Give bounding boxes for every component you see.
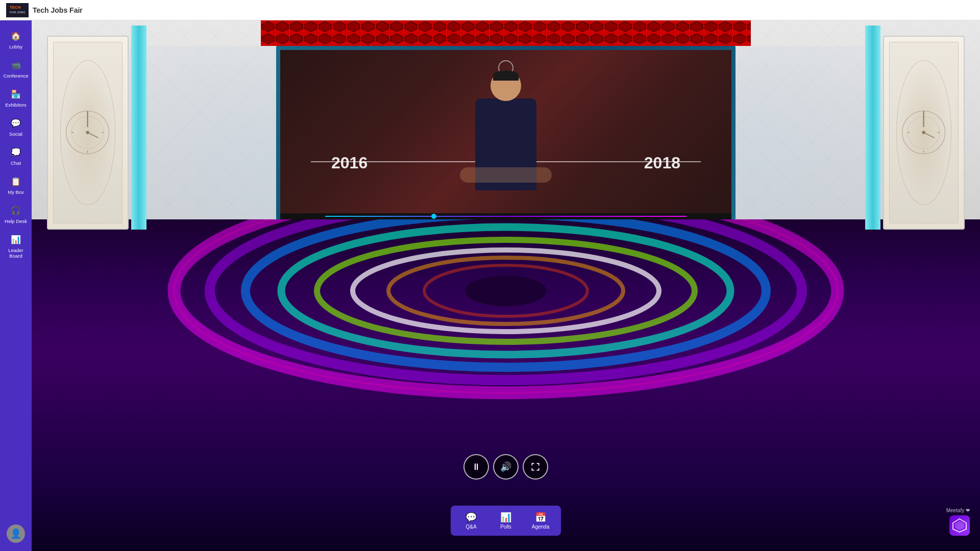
qa-label: Q&A: [465, 524, 476, 530]
svg-line-17: [924, 133, 935, 138]
bottom-action-bar: 💬 Q&A 📊 Polls 📅 Agenda: [451, 506, 561, 536]
widget-logo[interactable]: [949, 515, 970, 536]
left-cyan-pillar: [131, 26, 146, 230]
logo: TECH FOR JOBS: [6, 3, 29, 17]
qa-button[interactable]: 💬 Q&A: [455, 509, 487, 533]
screen-surround: 2016 2018: [276, 46, 736, 219]
pause-button[interactable]: ⏸: [463, 454, 489, 480]
sidebar-label-mybox: My Box: [8, 189, 24, 195]
left-panel-inner: [53, 42, 122, 223]
right-panel-inner: [889, 42, 959, 223]
agenda-button[interactable]: 📅 Agenda: [524, 509, 557, 533]
sidebar-item-social[interactable]: 💬 Social: [2, 113, 30, 140]
avatar-icon: 👤: [7, 524, 25, 543]
sidebar: 🏠 Lobby 📹 Conference 🏪 Exhibitors 💬 Soci…: [0, 20, 32, 551]
svg-rect-4: [261, 20, 751, 46]
person-hair: [493, 70, 519, 81]
fullscreen-icon: [530, 462, 541, 472]
person-arms: [460, 167, 552, 183]
right-panel-svg: [897, 61, 950, 204]
screen-bottom-bar: [280, 213, 731, 219]
year-label-right: 2018: [644, 154, 680, 172]
svg-point-9: [86, 131, 89, 134]
social-icon: 💬: [9, 116, 23, 130]
sidebar-label-conference: Conference: [3, 73, 28, 79]
color-ring: [149, 219, 863, 546]
logo-jobs-text: FOR JOBS: [10, 11, 26, 14]
honeycomb-banner: [261, 20, 751, 46]
polls-icon: 📊: [500, 512, 511, 523]
sidebar-item-mybox[interactable]: 📋 My Box: [2, 171, 30, 198]
sidebar-item-lobby[interactable]: 🏠 Lobby: [2, 26, 30, 53]
sidebar-item-exhibitors[interactable]: 🏪 Exhibitors: [2, 84, 30, 111]
helpdesk-icon: 🎧: [9, 203, 23, 217]
video-screen-wrapper: 2016 2018: [276, 46, 736, 219]
sidebar-label-exhibitors: Exhibitors: [5, 102, 27, 108]
svg-line-8: [88, 133, 99, 138]
lobby-icon: 🏠: [9, 29, 23, 43]
sidebar-label-leaderboard: Leader Board: [4, 247, 28, 259]
mybox-icon: 📋: [9, 174, 23, 188]
header: TECH FOR JOBS Tech Jobs Fair: [0, 0, 980, 20]
sidebar-label-social: Social: [9, 131, 22, 137]
progress-line: [325, 216, 686, 217]
left-side-panel: [47, 36, 129, 230]
sidebar-label-chat: Chat: [11, 160, 21, 166]
volume-button[interactable]: 🔊: [493, 454, 519, 480]
video-controls: ⏸ 🔊: [463, 454, 548, 480]
chat-icon: 💭: [9, 145, 23, 159]
fullscreen-button[interactable]: [523, 454, 548, 480]
svg-point-31: [465, 276, 547, 306]
right-cyan-pillar: [865, 26, 880, 230]
logo-box: TECH FOR JOBS: [6, 3, 29, 17]
svg-marker-34: [955, 521, 964, 530]
left-panel-svg: [61, 61, 114, 204]
video-screen[interactable]: 2016 2018: [280, 50, 731, 213]
polls-label: Polls: [500, 524, 511, 530]
ring-svg: [149, 219, 863, 546]
sidebar-item-conference[interactable]: 📹 Conference: [2, 55, 30, 82]
svg-point-18: [922, 131, 925, 134]
sidebar-avatar[interactable]: 👤: [2, 521, 30, 546]
year-label-left: 2016: [331, 154, 368, 172]
person-body: [475, 98, 536, 190]
left-panel-frame: [47, 36, 129, 230]
polls-button[interactable]: 📊 Polls: [489, 509, 522, 533]
sidebar-item-chat[interactable]: 💭 Chat: [2, 142, 30, 169]
right-panel-frame: [883, 36, 965, 230]
person-head: [491, 70, 521, 101]
leaderboard-icon: 📊: [9, 232, 23, 246]
sidebar-label-helpdesk: Help Desk: [5, 218, 27, 224]
right-side-panel: [883, 36, 965, 230]
playhead: [431, 214, 436, 219]
floor: [0, 219, 980, 551]
left-panel-decoration: [60, 60, 115, 205]
exhibitors-icon: 🏪: [9, 87, 23, 101]
logo-tech-text: TECH: [10, 5, 21, 10]
agenda-label: Agenda: [532, 524, 549, 530]
sidebar-item-leaderboard[interactable]: 📊 Leader Board: [2, 229, 30, 262]
qa-icon: 💬: [465, 512, 477, 523]
right-panel-decoration: [896, 60, 951, 205]
site-title: Tech Jobs Fair: [33, 6, 83, 14]
conference-icon: 📹: [9, 58, 23, 72]
sidebar-label-lobby: Lobby: [9, 44, 22, 49]
presenter-figure: [455, 70, 557, 213]
agenda-icon: 📅: [535, 512, 546, 523]
honeycomb-svg: [261, 20, 751, 46]
widget-label: Meetafy ❤: [946, 508, 970, 513]
widget-logo-svg: [952, 518, 967, 533]
sidebar-item-helpdesk[interactable]: 🎧 Help Desk: [2, 200, 30, 227]
main-scene: 2016 2018: [32, 20, 980, 551]
bottom-right-widget: Meetafy ❤: [946, 508, 970, 536]
